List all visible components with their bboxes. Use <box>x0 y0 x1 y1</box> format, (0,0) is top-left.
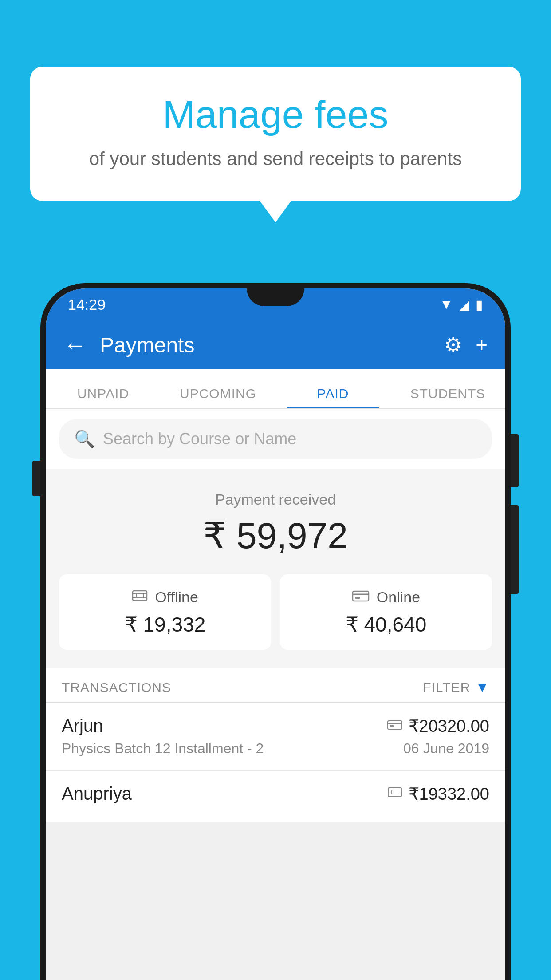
transaction-amount: ₹19332.00 <box>409 784 490 804</box>
tab-unpaid[interactable]: UNPAID <box>46 386 161 408</box>
transaction-row[interactable]: Anupriya ₹19332.00 <box>46 771 505 822</box>
tab-paid[interactable]: PAID <box>276 386 390 408</box>
transaction-type-icon <box>387 786 402 802</box>
back-button[interactable]: ← <box>63 332 87 358</box>
app-bar-title: Payments <box>100 333 444 357</box>
online-card: Online ₹ 40,640 <box>280 574 492 650</box>
svg-rect-11 <box>390 725 394 727</box>
notch <box>247 288 304 306</box>
speech-bubble-wrapper: Manage fees of your students and send re… <box>30 67 521 201</box>
offline-card-amount: ₹ 19,332 <box>125 612 205 636</box>
online-card-header: Online <box>352 588 420 606</box>
side-button-left <box>32 461 40 496</box>
search-placeholder-text: Search by Course or Name <box>103 430 296 448</box>
tab-upcoming[interactable]: UPCOMING <box>161 386 276 408</box>
tabs-bar: UNPAID UPCOMING PAID STUDENTS <box>46 369 505 409</box>
svg-rect-6 <box>353 591 369 601</box>
svg-rect-12 <box>388 788 401 797</box>
offline-card-header: Offline <box>132 588 198 606</box>
offline-icon <box>132 588 148 606</box>
bubble-subtitle: of your students and send receipts to pa… <box>66 146 485 172</box>
transaction-amount-wrap: ₹20320.00 <box>387 716 490 736</box>
status-bar: 14:29 ▼ ◢ ▮ <box>46 288 505 320</box>
offline-card-type: Offline <box>155 589 198 606</box>
transaction-date: 06 June 2019 <box>403 740 489 757</box>
search-container: 🔍 Search by Course or Name <box>46 409 505 469</box>
status-icons: ▼ ◢ ▮ <box>440 297 483 312</box>
payment-cards: Offline ₹ 19,332 <box>59 574 492 650</box>
payment-received-amount: ₹ 59,972 <box>59 514 492 557</box>
bubble-title: Manage fees <box>66 93 485 136</box>
payment-received-label: Payment received <box>59 491 492 508</box>
add-button[interactable]: + <box>476 333 488 357</box>
svg-rect-13 <box>392 790 398 794</box>
online-icon <box>352 588 370 606</box>
search-icon: 🔍 <box>74 429 95 449</box>
svg-rect-0 <box>133 591 147 601</box>
transactions-label: TRANSACTIONS <box>62 680 171 695</box>
online-card-amount: ₹ 40,640 <box>346 612 426 636</box>
phone-screen: 14:29 ▼ ◢ ▮ ← Payments ⚙ + UNPAID UPCOMI… <box>46 288 505 980</box>
filter-icon: ▼ <box>476 680 489 695</box>
app-bar: ← Payments ⚙ + <box>46 320 505 369</box>
transaction-amount-wrap: ₹19332.00 <box>387 784 490 804</box>
side-button-right-2 <box>511 505 519 594</box>
transaction-row[interactable]: Arjun ₹20320.00 Physics Batch 12 Install… <box>46 703 505 771</box>
transaction-name: Anupriya <box>62 784 132 804</box>
svg-rect-9 <box>388 721 402 729</box>
transaction-amount: ₹20320.00 <box>409 716 490 736</box>
transactions-header: TRANSACTIONS FILTER ▼ <box>46 668 505 703</box>
transaction-bottom: Physics Batch 12 Installment - 2 06 June… <box>62 740 489 757</box>
svg-rect-8 <box>355 597 360 599</box>
transaction-top: Anupriya ₹19332.00 <box>62 784 489 804</box>
app-bar-actions: ⚙ + <box>444 333 488 357</box>
transaction-course: Physics Batch 12 Installment - 2 <box>62 740 264 757</box>
wifi-icon: ▼ <box>440 297 453 312</box>
side-button-right-1 <box>511 434 519 487</box>
payment-received-section: Payment received ₹ 59,972 <box>46 469 505 668</box>
phone-frame: 14:29 ▼ ◢ ▮ ← Payments ⚙ + UNPAID UPCOMI… <box>40 283 511 980</box>
tab-students[interactable]: STUDENTS <box>390 386 505 408</box>
offline-card: Offline ₹ 19,332 <box>59 574 271 650</box>
battery-icon: ▮ <box>476 297 483 312</box>
transaction-type-icon <box>387 719 402 734</box>
svg-rect-1 <box>136 593 143 598</box>
filter-label: FILTER <box>423 680 470 695</box>
search-box[interactable]: 🔍 Search by Course or Name <box>59 419 492 459</box>
filter-button[interactable]: FILTER ▼ <box>423 680 489 695</box>
online-card-type: Online <box>377 589 420 606</box>
status-time: 14:29 <box>68 296 106 313</box>
signal-icon: ◢ <box>459 297 469 312</box>
transaction-name: Arjun <box>62 716 103 736</box>
speech-bubble: Manage fees of your students and send re… <box>30 67 521 201</box>
settings-icon[interactable]: ⚙ <box>444 333 462 357</box>
transaction-top: Arjun ₹20320.00 <box>62 716 489 736</box>
